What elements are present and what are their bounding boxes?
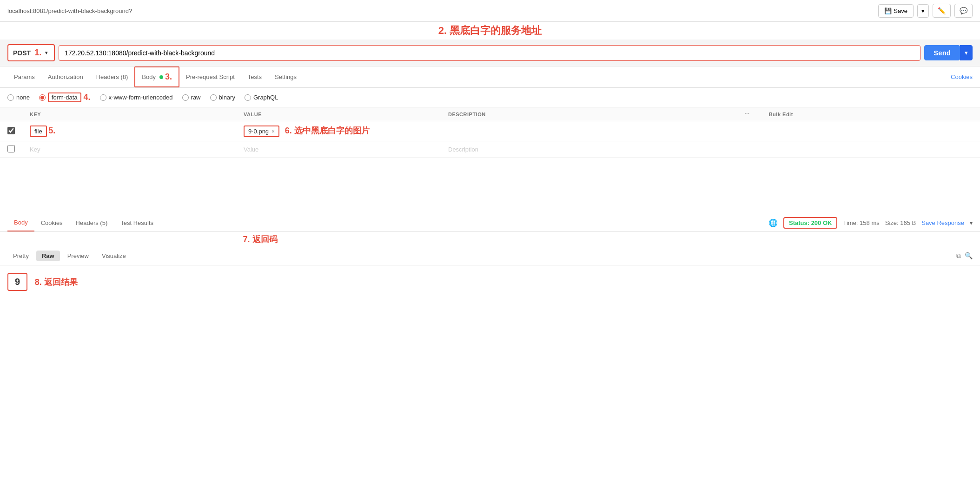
time-info: Time: 158 ms [843,219,879,226]
resp-tab-headers[interactable]: Headers (5) [69,215,114,231]
tab-authorization[interactable]: Authorization [41,69,90,85]
empty-actions-cell [734,141,761,158]
url-input[interactable] [59,45,920,61]
send-group: Send ▾ [924,45,973,60]
body-options: none form-data 4. x-www-form-urlencoded … [0,88,980,107]
format-tab-right: ⧉ 🔍 [956,252,973,260]
option-binary[interactable]: binary [210,94,235,101]
method-label: POST [13,49,31,57]
option-graphql[interactable]: GraphQL [245,94,278,101]
method-select[interactable]: POST 1. ▾ [7,44,55,61]
empty-key-placeholder: Key [30,146,40,153]
th-value: VALUE [236,107,441,121]
empty-value-cell[interactable]: Value [236,141,441,158]
request-title: localhost:8081/predict-with-black-backgr… [7,7,132,14]
response-meta: 🌐 Status: 200 OK Time: 158 ms Size: 165 … [768,217,973,229]
request-spacer [0,158,980,214]
save-icon: 💾 [884,7,892,14]
format-tabs: Pretty Raw Preview Visualize ⧉ 🔍 [0,247,980,265]
size-info: Size: 165 B [885,219,916,226]
save-response-button[interactable]: Save Response [921,219,964,226]
option-urlencoded[interactable]: x-www-form-urlencoded [100,94,173,101]
th-checkbox [0,107,22,121]
params-table: KEY VALUE DESCRIPTION ⋯ Bulk Edit file 5… [0,107,980,158]
radio-graphql[interactable] [245,94,251,101]
option-form-data[interactable]: form-data 4. [39,92,91,102]
radio-form-data[interactable] [39,94,46,101]
th-key: KEY [22,107,236,121]
cookies-link[interactable]: Cookies [951,73,973,80]
fmt-tab-preview[interactable]: Preview [62,251,94,261]
send-dropdown-button[interactable]: ▾ [960,45,973,60]
table-row: file 5. 9-0.png × 6. 选中黑底白字的图片 [0,121,980,141]
tab-params[interactable]: Params [7,69,41,85]
status-annotation: 7. 返回码 [243,234,278,245]
row-key-cell: file 5. [22,121,236,141]
fmt-tab-pretty[interactable]: Pretty [7,251,34,261]
radio-none[interactable] [7,94,14,101]
fmt-tab-visualize[interactable]: Visualize [96,251,132,261]
th-bulk-edit[interactable]: Bulk Edit [761,107,980,121]
row-checkbox[interactable] [7,127,15,134]
empty-checkbox-cell[interactable] [0,141,22,158]
row-checkbox-cell[interactable] [0,121,22,141]
row-actions-cell [734,121,761,141]
row-extra-cell [761,121,980,141]
option-none[interactable]: none [7,94,30,101]
row-key: file [30,126,47,137]
tab-body[interactable]: Body 3. [134,66,179,87]
method-badge: 1. [34,48,41,58]
top-bar-actions: 💾 Save ▾ ✏️ 💬 [878,4,973,18]
resp-tab-test-results[interactable]: Test Results [114,215,160,231]
fmt-tab-raw[interactable]: Raw [36,251,60,261]
request-tabs: Params Authorization Headers (8) Body 3.… [0,66,980,88]
radio-urlencoded[interactable] [100,94,106,101]
save-button[interactable]: 💾 Save [878,4,914,18]
send-button[interactable]: Send [924,45,960,60]
response-result: 9 [7,273,27,291]
annotation-title: 2. 黑底白字的服务地址 [0,22,980,40]
row-value-tag: 9-0.png × [244,126,279,137]
save-response-dropdown[interactable]: ▾ [970,220,973,226]
response-tabs: Body Cookies Headers (5) Test Results 🌐 … [0,214,980,232]
comment-button[interactable]: 💬 [954,4,973,18]
globe-icon[interactable]: 🌐 [768,218,778,227]
tab-tests[interactable]: Tests [241,69,268,85]
edit-button[interactable]: ✏️ [933,4,951,18]
empty-value-placeholder: Value [244,146,258,153]
response-body: 9 8. 返回结果 [0,265,980,303]
option-raw[interactable]: raw [182,94,201,101]
radio-binary[interactable] [210,94,217,101]
request-bar: POST 1. ▾ Send ▾ [0,40,980,66]
search-icon[interactable]: 🔍 [965,252,973,260]
row-desc-cell [441,121,734,141]
row-value-text: 9-0.png [248,128,269,135]
empty-desc-placeholder: Description [448,146,478,153]
body-active-dot [159,75,163,79]
row-value-close[interactable]: × [271,128,275,135]
table-row-empty: Key Value Description [0,141,980,158]
th-dots: ⋯ [734,107,761,121]
response-annotation: 8. 返回结果 [35,277,78,287]
response-section: Body Cookies Headers (5) Test Results 🌐 … [0,214,980,303]
tab-settings[interactable]: Settings [268,69,303,85]
tab-pre-request[interactable]: Pre-request Script [179,69,241,85]
tab-headers[interactable]: Headers (8) [90,69,135,85]
top-bar: localhost:8081/predict-with-black-backgr… [0,0,980,22]
method-chevron: ▾ [45,50,47,55]
save-dropdown-button[interactable]: ▾ [917,4,929,18]
resp-tab-body[interactable]: Body [7,214,34,231]
empty-desc-cell[interactable]: Description [441,141,734,158]
empty-extra-cell [761,141,980,158]
row-value-cell: 9-0.png × 6. 选中黑底白字的图片 [236,121,441,141]
resp-tab-cookies[interactable]: Cookies [34,215,69,231]
status-badge: Status: 200 OK [783,217,837,229]
copy-icon[interactable]: ⧉ [956,252,961,260]
th-description: DESCRIPTION [441,107,734,121]
empty-key-cell[interactable]: Key [22,141,236,158]
radio-raw[interactable] [182,94,189,101]
empty-checkbox[interactable] [7,145,15,152]
